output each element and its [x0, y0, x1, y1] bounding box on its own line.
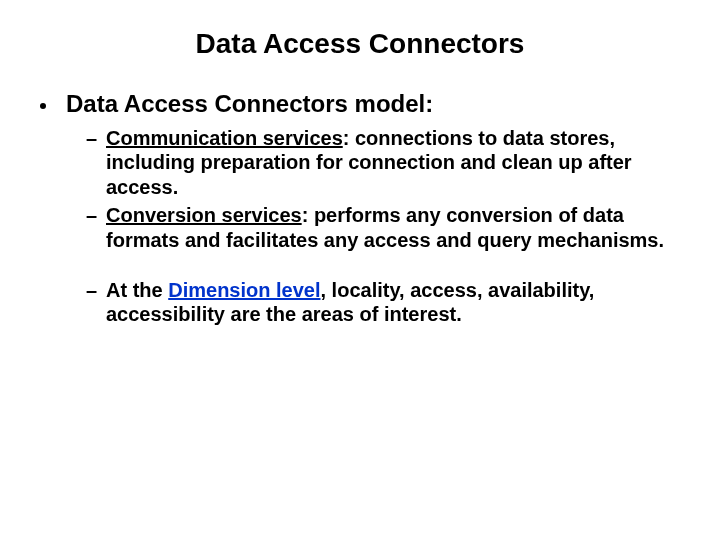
bullet-level2: – Conversion services: performs any conv… — [30, 203, 690, 252]
dash-bullet-icon: – — [86, 278, 97, 302]
slide: Data Access Connectors Data Access Conne… — [0, 0, 720, 540]
bullet-level2: – At the Dimension level, locality, acce… — [30, 278, 690, 327]
disc-bullet-icon — [40, 103, 46, 109]
bullet-level1: Data Access Connectors model: — [30, 90, 690, 118]
spacer — [30, 256, 690, 278]
item-head: Conversion services — [106, 204, 302, 226]
dash-bullet-icon: – — [86, 126, 97, 150]
item-sep: : — [302, 204, 314, 226]
dash-bullet-icon: – — [86, 203, 97, 227]
bullet-level2: – Communication services: connections to… — [30, 126, 690, 199]
dimension-level-text: Dimension level — [168, 279, 320, 301]
item-sep: : — [343, 127, 355, 149]
level1-text: Data Access Connectors model: — [66, 90, 433, 117]
slide-title: Data Access Connectors — [30, 28, 690, 60]
item-head: Communication services — [106, 127, 343, 149]
dim-pre: At the — [106, 279, 168, 301]
